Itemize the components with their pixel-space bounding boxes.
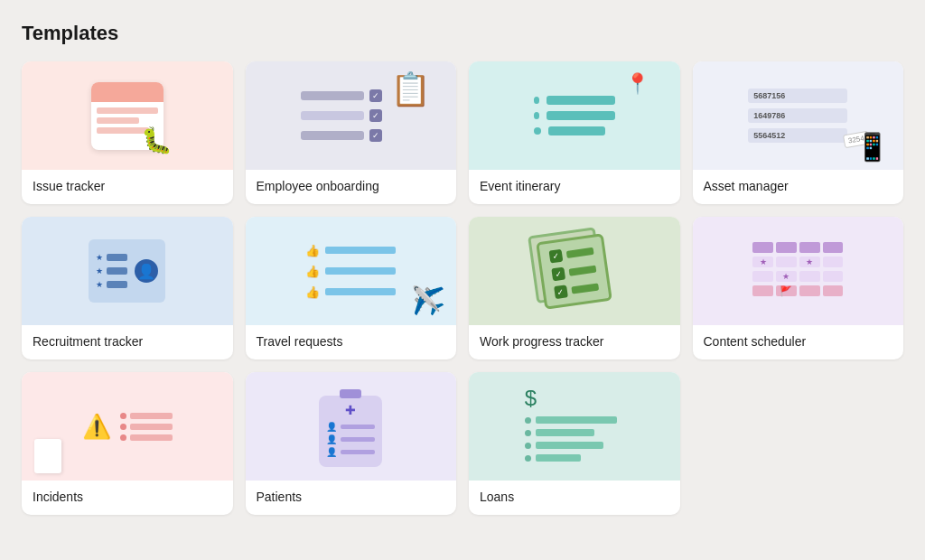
card-label-content-scheduler: Content scheduler [693,325,904,359]
card-incidents[interactable]: ⚠️ [22,372,233,515]
card-label-employee-onboarding: Employee onboarding [246,170,457,204]
phone-icon: 📱 [855,131,889,163]
thumb-issue-tracker: 🐛 [22,61,233,170]
medical-cross-icon: ✚ [326,403,375,417]
card-content-scheduler[interactable]: ★ ★ ★ 🚩 Content sche [693,217,904,359]
card-label-issue-tracker: Issue tracker [22,170,233,204]
card-work-progress-tracker[interactable]: ✓ ✓ ✓ Work progress tracke [469,217,680,359]
thumb-event-itinerary: 📍 [469,61,680,170]
warning-icon: ⚠️ [82,413,111,441]
recruit-avatar-icon: 👤 [135,259,158,283]
card-label-asset-manager: Asset manager [693,170,904,204]
thumb-recruitment-tracker: ★ ★ ★ 👤 [22,217,233,325]
card-label-travel-requests: Travel requests [246,325,457,359]
dollar-icon: $ [525,386,624,411]
page-title: Templates [22,22,903,45]
location-pin-icon: 📍 [625,72,649,96]
card-event-itinerary[interactable]: 📍 Event itinerary [469,61,680,204]
thumbs-up-icon: 👍 [305,244,320,257]
thumb-work-progress-tracker: ✓ ✓ ✓ [469,217,680,325]
thumb-asset-manager: 5687156 1649786 5564512 3254 📱 [693,61,904,170]
thumb-content-scheduler: ★ ★ ★ 🚩 [693,217,904,325]
bug-icon: 🐛 [141,126,173,155]
thumb-travel-requests: 👍 👍 👍 ✈️ [246,217,457,325]
card-loans[interactable]: $ [469,372,680,515]
card-label-patients: Patients [246,481,457,515]
card-patients[interactable]: ✚ 👤 👤 👤 Patients [246,372,457,515]
card-label-incidents: Incidents [22,481,233,515]
card-issue-tracker[interactable]: 🐛 Issue tracker [22,61,233,204]
card-asset-manager[interactable]: 5687156 1649786 5564512 3254 📱 Asset man… [693,61,904,204]
card-label-recruitment-tracker: Recruitment tracker [22,325,233,359]
thumb-employee-onboarding: 📋 ✓ ✓ ✓ [246,61,457,170]
airplane-icon: ✈️ [412,285,445,316]
templates-grid: 🐛 Issue tracker 📋 ✓ ✓ [22,61,903,515]
card-travel-requests[interactable]: 👍 👍 👍 ✈️ Travel requests [246,217,457,359]
card-label-loans: Loans [469,481,680,515]
thumb-patients: ✚ 👤 👤 👤 [246,372,457,481]
card-recruitment-tracker[interactable]: ★ ★ ★ 👤 Recruitment tracker [22,217,233,359]
thumbs-up-icon-2: 👍 [305,265,320,278]
issue-calendar-icon: 🐛 [91,82,164,150]
thumb-incidents: ⚠️ [22,372,233,481]
card-label-event-itinerary: Event itinerary [469,170,680,204]
clipboard-icon: 📋 [390,70,431,108]
card-label-work-progress-tracker: Work progress tracker [469,325,680,359]
thumbs-up-icon-3: 👍 [305,285,320,299]
thumb-loans: $ [469,372,680,481]
card-employee-onboarding[interactable]: 📋 ✓ ✓ ✓ Employee onboard [246,61,457,204]
